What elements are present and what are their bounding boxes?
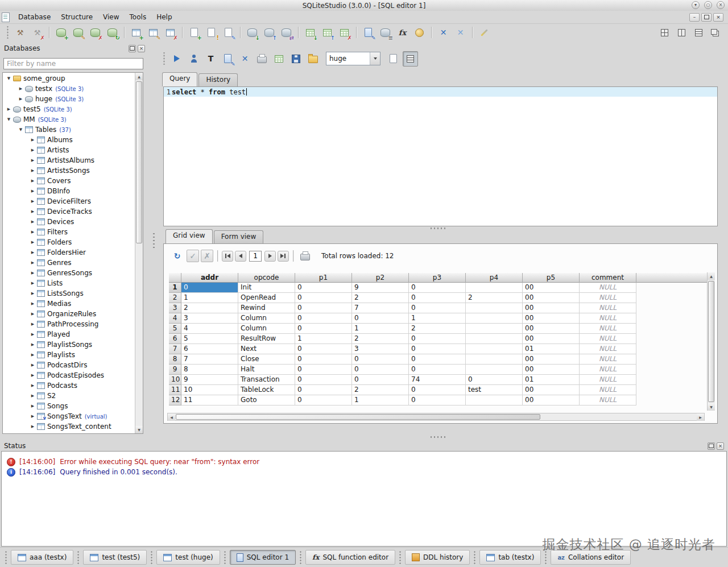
expand-expander-icon[interactable]: ▶ bbox=[29, 168, 36, 173]
grid-cell[interactable] bbox=[466, 324, 523, 334]
grid-cell[interactable]: 0 bbox=[295, 283, 352, 293]
grid-cell[interactable]: 0 bbox=[295, 324, 352, 334]
row-number[interactable]: 8 bbox=[169, 354, 181, 365]
grid-cell[interactable]: Next bbox=[238, 344, 295, 354]
tree-item-s2[interactable]: ▶S2 bbox=[3, 391, 135, 401]
grid-cell[interactable]: 0 bbox=[409, 344, 466, 354]
grid-cell[interactable]: 00 bbox=[523, 334, 580, 344]
grid-cell[interactable]: 2 bbox=[466, 293, 523, 303]
expand-expander-icon[interactable]: ▶ bbox=[29, 138, 36, 142]
grid-cell[interactable]: 0 bbox=[409, 354, 466, 365]
refresh-schema-icon[interactable]: ↻ bbox=[105, 25, 120, 40]
combo-dropdown-button[interactable] bbox=[370, 52, 380, 65]
open-ddl-history-icon[interactable]: ≡ bbox=[378, 25, 393, 40]
grid-cell[interactable]: 8 bbox=[181, 365, 238, 375]
new-view-icon[interactable]: ✎ bbox=[221, 25, 236, 40]
tree-item-podcastepisodes[interactable]: ▶PodcastEpisodes bbox=[3, 370, 135, 380]
grid-cell[interactable] bbox=[466, 365, 523, 375]
grid-cell[interactable]: Close bbox=[238, 354, 295, 365]
tree-item-covers[interactable]: ▶Covers bbox=[3, 176, 135, 186]
expand-expander-icon[interactable]: ▶ bbox=[29, 179, 36, 183]
grid-cell[interactable]: 0 bbox=[409, 395, 466, 405]
scroll-left-icon[interactable]: ◀ bbox=[168, 413, 175, 421]
taskbar-test-huge[interactable]: test (huge) bbox=[156, 550, 220, 565]
first-page-icon[interactable] bbox=[222, 251, 233, 262]
results-layout-toggle[interactable] bbox=[403, 51, 418, 67]
grid-cell[interactable]: Column bbox=[238, 313, 295, 324]
results-vertical-scrollbar[interactable]: ▲ ▼ bbox=[707, 272, 715, 411]
tree-item-tables[interactable]: ▼Tables(37) bbox=[3, 125, 135, 135]
taskbar-sql-editor-1[interactable]: SQL editor 1 bbox=[230, 550, 296, 565]
expand-expander-icon[interactable]: ▶ bbox=[29, 189, 36, 193]
tab-query[interactable]: Query bbox=[162, 72, 197, 86]
dock-close-button[interactable]: × bbox=[138, 45, 145, 52]
tree-item-foldershier[interactable]: ▶FoldersHier bbox=[3, 247, 135, 258]
database-combo[interactable]: huge bbox=[326, 52, 380, 65]
import-icon[interactable]: ↓ bbox=[245, 25, 260, 40]
grid-cell[interactable]: 5 bbox=[181, 334, 238, 344]
column-header-opcode[interactable]: opcode bbox=[238, 273, 295, 283]
export-csv-icon[interactable] bbox=[271, 51, 287, 67]
taskbar-collations-editor[interactable]: azCollations editor bbox=[551, 550, 631, 565]
grid-cell[interactable]: 7 bbox=[181, 354, 238, 365]
status-splitter-handle[interactable] bbox=[429, 436, 446, 438]
row-number[interactable]: 12 bbox=[169, 395, 181, 405]
expand-expander-icon[interactable]: ▶ bbox=[17, 97, 24, 101]
grid-cell[interactable]: 0 bbox=[409, 385, 466, 395]
tree-scrollbar[interactable]: ▲ ▼ bbox=[135, 73, 143, 433]
grid-cell[interactable]: 0 bbox=[295, 293, 352, 303]
sql-editor-window-icon[interactable] bbox=[2, 13, 10, 22]
grid-cell[interactable]: 4 bbox=[181, 324, 238, 334]
expand-expander-icon[interactable]: ▶ bbox=[29, 342, 36, 347]
remove-database-icon[interactable]: ✗ bbox=[88, 25, 103, 40]
tree-item-artistsalbums[interactable]: ▶ArtistsAlbums bbox=[3, 155, 135, 165]
refresh-results-icon[interactable]: ↻ bbox=[169, 249, 185, 264]
grid-cell[interactable]: 0 bbox=[409, 365, 466, 375]
results-horizontal-scrollbar[interactable]: ◀ ▶ bbox=[167, 413, 705, 421]
tree-item-artists[interactable]: ▶Artists bbox=[3, 145, 135, 155]
restore-all-windows-icon[interactable]: ✕ bbox=[436, 25, 451, 40]
row-number[interactable]: 1 bbox=[169, 283, 181, 293]
export-results-icon[interactable]: ✕ bbox=[237, 51, 253, 67]
page-input[interactable] bbox=[249, 251, 262, 262]
tree-item-filters[interactable]: ▶Filters bbox=[3, 227, 135, 237]
rollback-icon[interactable]: ✗ bbox=[201, 250, 213, 262]
grid-cell[interactable]: Transaction bbox=[238, 375, 295, 385]
grid-cell[interactable]: 01 bbox=[523, 344, 580, 354]
print-icon[interactable] bbox=[254, 51, 270, 67]
grid-cell-comment[interactable]: NULL bbox=[580, 283, 636, 293]
grid-cell[interactable]: 3 bbox=[181, 313, 238, 324]
grid-cell-comment[interactable]: NULL bbox=[580, 293, 636, 303]
tree-item-songs[interactable]: ▶Songs bbox=[3, 401, 135, 411]
grid-cell[interactable]: Goto bbox=[238, 395, 295, 405]
grid-cell[interactable] bbox=[466, 313, 523, 324]
column-header-p4[interactable]: p4 bbox=[466, 273, 523, 283]
scrollbar-thumb[interactable] bbox=[136, 81, 142, 243]
row-number[interactable]: 4 bbox=[169, 313, 181, 324]
expand-expander-icon[interactable]: ▶ bbox=[29, 414, 36, 419]
grid-cell[interactable] bbox=[466, 354, 523, 365]
expand-expander-icon[interactable]: ▶ bbox=[29, 271, 36, 275]
expand-expander-icon[interactable]: ▶ bbox=[29, 281, 36, 285]
grid-cell[interactable]: 0 bbox=[295, 303, 352, 313]
grid-cell[interactable]: 0 bbox=[295, 313, 352, 324]
tree-item-devices[interactable]: ▶Devices bbox=[3, 217, 135, 227]
menu-help[interactable]: Help bbox=[151, 11, 177, 23]
row-number[interactable]: 5 bbox=[169, 324, 181, 334]
tree-item-organizerules[interactable]: ▶OrganizeRules bbox=[3, 309, 135, 319]
open-collation-editor-icon[interactable] bbox=[412, 25, 427, 40]
tree-item-huge[interactable]: ▶huge(SQLite 3) bbox=[3, 94, 135, 104]
convert-database-icon[interactable]: ⇄ bbox=[279, 25, 294, 40]
expand-expander-icon[interactable]: ▶ bbox=[17, 86, 24, 91]
expand-expander-icon[interactable]: ▶ bbox=[29, 230, 36, 234]
editor-results-splitter-handle[interactable] bbox=[429, 227, 446, 230]
mdi-cascade-icon[interactable] bbox=[708, 25, 723, 40]
vertical-splitter-handle[interactable] bbox=[152, 232, 155, 249]
open-sql-editor-icon[interactable]: ✎ bbox=[361, 25, 376, 40]
tab-form-view[interactable]: Form view bbox=[214, 230, 264, 243]
expand-expander-icon[interactable]: ▶ bbox=[29, 424, 36, 429]
grid-cell[interactable]: 0 bbox=[295, 375, 352, 385]
row-number[interactable]: 3 bbox=[169, 303, 181, 313]
database-filter-input[interactable] bbox=[3, 58, 143, 69]
expand-expander-icon[interactable]: ▶ bbox=[29, 353, 36, 357]
